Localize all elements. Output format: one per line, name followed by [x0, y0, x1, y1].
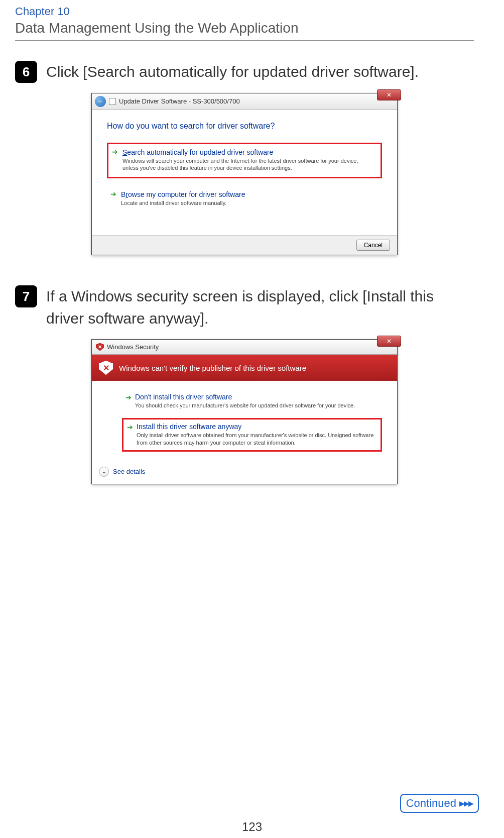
- dialog1-footer: Cancel: [92, 235, 397, 255]
- page-number: 123: [0, 820, 504, 834]
- dont-install-title: Don't install this driver software: [135, 393, 378, 401]
- banner-text: Windows can't verify the publisher of th…: [119, 364, 306, 372]
- cancel-button[interactable]: Cancel: [356, 240, 390, 251]
- update-driver-dialog: ← Update Driver Software - SS-300/500/70…: [91, 93, 398, 255]
- option2-desc: Locate and install driver software manua…: [121, 199, 362, 206]
- arrow-right-icon: ➔: [127, 424, 134, 431]
- close-icon[interactable]: ✕: [377, 89, 401, 100]
- chevron-down-icon[interactable]: ⌄: [99, 467, 109, 477]
- arrow-right-icon: ➔: [111, 148, 118, 155]
- step-6: 6 Click [Search automatically for update…: [15, 61, 474, 83]
- close-icon[interactable]: ✕: [377, 336, 401, 347]
- window-icon: [109, 98, 116, 105]
- dialog2-titlebar: ✕ Windows Security ✕: [92, 340, 397, 355]
- option1-desc: Windows will search your computer and th…: [122, 157, 363, 172]
- step-7-badge: 7: [15, 285, 37, 307]
- dialog1-title: Update Driver Software - SS-300/500/700: [119, 97, 240, 105]
- step-6-badge: 6: [15, 61, 37, 83]
- back-icon[interactable]: ←: [95, 96, 106, 107]
- option-dont-install[interactable]: ➔ Don't install this driver software You…: [122, 390, 382, 413]
- chapter-label: Chapter 10: [15, 5, 474, 18]
- chapter-title: Data Management Using the Web Applicatio…: [15, 20, 474, 36]
- continued-label: Continued: [406, 797, 456, 810]
- option-install-anyway[interactable]: ➔ Install this driver software anyway On…: [122, 418, 382, 452]
- shield-icon: ✕: [99, 361, 113, 375]
- arrow-right-icon: ➔: [125, 394, 132, 401]
- option1-title: Search automatically for updated driver …: [122, 148, 375, 156]
- step-7-text: If a Windows security screen is displaye…: [46, 285, 474, 329]
- dialog1-titlebar: ← Update Driver Software - SS-300/500/70…: [92, 93, 397, 110]
- option-search-automatically[interactable]: ➔ Search automatically for updated drive…: [107, 143, 382, 178]
- header-divider: [15, 40, 474, 41]
- arrow-right-icon: ➔: [110, 190, 117, 197]
- dialog1-heading: How do you want to search for driver sof…: [107, 122, 382, 131]
- option2-title: Browse my computer for driver software: [121, 190, 377, 198]
- install-anyway-desc: Only install driver software obtained fr…: [137, 432, 376, 446]
- continued-badge: Continued ▶▶▶: [400, 794, 479, 813]
- dont-install-desc: You should check your manufacturer's web…: [135, 402, 378, 409]
- step-6-text: Click [Search automatically for updated …: [46, 61, 474, 83]
- dialog1-body: How do you want to search for driver sof…: [92, 110, 397, 235]
- dialog2-title: Windows Security: [107, 343, 159, 351]
- step-7: 7 If a Windows security screen is displa…: [15, 285, 474, 329]
- see-details-link[interactable]: See details: [113, 468, 145, 475]
- triangle-right-icon: ▶▶▶: [459, 799, 473, 807]
- shield-icon: ✕: [96, 343, 104, 351]
- option-browse-computer[interactable]: ➔ Browse my computer for driver software…: [107, 186, 382, 212]
- dialog2-footer: ⌄ See details: [92, 462, 397, 484]
- dialog2-body: ➔ Don't install this driver software You…: [92, 381, 397, 462]
- security-banner: ✕ Windows can't verify the publisher of …: [92, 355, 397, 381]
- windows-security-dialog: ✕ Windows Security ✕ ✕ Windows can't ver…: [91, 339, 398, 484]
- install-anyway-title: Install this driver software anyway: [137, 423, 376, 431]
